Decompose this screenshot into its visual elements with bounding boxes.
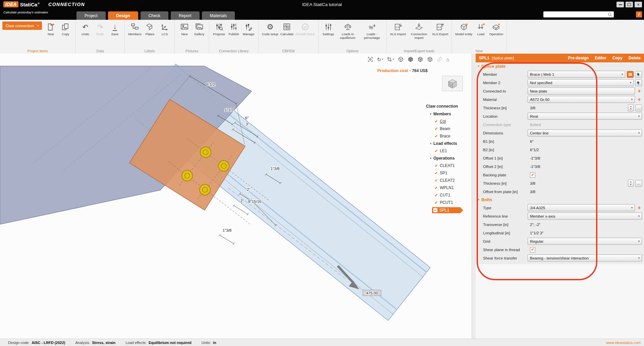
- pre-design-button[interactable]: Pre-design: [568, 56, 589, 60]
- load-button[interactable]: Load: [474, 21, 488, 37]
- gallery-button[interactable]: Gallery: [192, 21, 207, 37]
- input-b1[interactable]: 6": [528, 139, 642, 143]
- combo-location[interactable]: Rear▾: [528, 113, 642, 120]
- combo-reference_line[interactable]: Member x-axis▾: [528, 213, 642, 220]
- checkbox-checked-icon[interactable]: ✔: [435, 120, 438, 123]
- website-link[interactable]: www.ideastatica.com: [606, 341, 641, 345]
- checkbox-checked-icon[interactable]: ✔: [435, 127, 438, 131]
- tree-item-cleat2[interactable]: ✔CLEAT2: [435, 178, 460, 183]
- undo-button[interactable]: ↶ Undo: [78, 21, 93, 37]
- transparent-view-button[interactable]: [427, 56, 433, 62]
- tree-item-sp1[interactable]: ✔SP1: [435, 170, 460, 176]
- checkbox-checked-icon[interactable]: ✔: [435, 201, 438, 205]
- tree-group-load-effects[interactable]: ▾Load effects: [430, 141, 460, 146]
- combo-connected_to[interactable]: New plate: [528, 88, 635, 95]
- combo-material[interactable]: A572 Gr.50▾: [528, 96, 635, 103]
- home-view-button[interactable]: ⌂: [446, 57, 449, 62]
- tree-item-le1[interactable]: ✔LE1: [435, 148, 460, 154]
- input-offset_from_plate[interactable]: 3/8: [528, 190, 642, 194]
- members-labels-button[interactable]: Members: [127, 21, 143, 37]
- chevron-expanded-icon[interactable]: ▾: [430, 142, 431, 145]
- checkbox-checked-icon[interactable]: ✔: [435, 171, 438, 175]
- new-project-item-button[interactable]: New: [43, 21, 58, 37]
- add-button[interactable]: +: [637, 205, 642, 211]
- shaded-view-button[interactable]: [417, 56, 423, 62]
- tree-item-spl1[interactable]: ✔SPL1: [432, 207, 460, 213]
- wireframe-view-button[interactable]: [398, 56, 404, 62]
- tree-group-operations[interactable]: ▾Operations: [430, 156, 460, 161]
- combo-grid[interactable]: Regular▾: [528, 238, 642, 245]
- add-button[interactable]: +: [637, 89, 642, 94]
- model-entity-button[interactable]: Model entity: [454, 21, 473, 37]
- tree-group-members[interactable]: ▾Members: [430, 111, 460, 117]
- tree-item-wpln1[interactable]: ✔WPLN1: [435, 185, 460, 190]
- checkbox-checked-icon[interactable]: ✔: [433, 208, 437, 212]
- combo-member2[interactable]: Not specified▾: [528, 79, 634, 86]
- tab-report[interactable]: Report: [171, 11, 200, 20]
- info-button[interactable]: i: [636, 11, 642, 17]
- spin-up-icon[interactable]: ▲: [630, 181, 632, 183]
- minimize-button[interactable]: [616, 2, 624, 7]
- checkbox-shear_plane[interactable]: ✔: [530, 247, 535, 252]
- chevron-expanded-icon[interactable]: ▾: [430, 157, 431, 160]
- input-offset1[interactable]: -1"3/8: [528, 156, 642, 160]
- settings-button[interactable]: Settings: [321, 21, 336, 37]
- connection-import-button[interactable]: Connection Import: [407, 21, 431, 41]
- tree-item-pcut1[interactable]: ✔PCUT1: [435, 200, 460, 205]
- add-button[interactable]: +: [637, 97, 642, 102]
- operation-button[interactable]: Operation: [488, 21, 504, 37]
- calculate-button[interactable]: Calculate: [279, 21, 295, 37]
- xls-import-button[interactable]: XLS XLS Import: [389, 21, 407, 37]
- 3d-viewport[interactable]: 475.00: [0, 54, 472, 339]
- tree-item-cleat1[interactable]: ✔CLEAT1: [435, 163, 460, 168]
- close-button[interactable]: ×: [635, 2, 642, 7]
- chevron-expanded-icon[interactable]: ▾: [430, 113, 431, 116]
- save-button[interactable]: ↓ Save: [107, 21, 122, 37]
- pick-in-scene-button[interactable]: [635, 79, 642, 86]
- spin-up-icon[interactable]: ▲: [630, 105, 632, 108]
- checkbox-checked-icon[interactable]: ✔: [435, 149, 438, 153]
- view-cube[interactable]: [442, 76, 463, 91]
- xls-export-button[interactable]: XLS XLS Export: [431, 21, 449, 37]
- code-setup-button[interactable]: ⚙ Code setup: [261, 21, 279, 37]
- tree-item-brace[interactable]: ✔Brace: [435, 133, 460, 139]
- spin-down-icon[interactable]: ▼: [630, 108, 632, 110]
- orbit-button[interactable]: ↻▾: [377, 57, 383, 62]
- tree-item-beam[interactable]: ✔Beam: [435, 126, 460, 131]
- pick-in-scene-button[interactable]: [635, 71, 642, 78]
- more-options-button[interactable]: …: [635, 180, 642, 187]
- more-options-button[interactable]: …: [635, 105, 642, 111]
- spinner-control[interactable]: ▲▼: [628, 180, 634, 187]
- combo-shear_transfer[interactable]: Bearing - tension/shear interaction▾: [528, 254, 642, 262]
- spin-down-icon[interactable]: ▼: [630, 183, 632, 186]
- copy-operation-button[interactable]: Copy: [612, 56, 623, 60]
- overall-check-button[interactable]: Overall check: [294, 21, 316, 37]
- search-input[interactable]: [545, 12, 607, 17]
- loads-in-equilibrium-button[interactable]: Loads in equilibrium: [336, 21, 360, 41]
- combo-member[interactable]: Brace | Web 1▾: [528, 71, 625, 78]
- lcs-button[interactable]: LCS: [157, 21, 172, 37]
- input-b2[interactable]: 6"1/2: [528, 148, 642, 152]
- delete-operation-button[interactable]: Delete: [629, 56, 641, 60]
- connection-selector-dropdown[interactable]: Claw connection ▾: [2, 21, 42, 30]
- clipping-button[interactable]: ▾: [387, 57, 394, 62]
- checkbox-checked-icon[interactable]: ✔: [435, 179, 438, 182]
- search-box[interactable]: [543, 11, 614, 17]
- loads-percentage-button[interactable]: % Loads - percentage: [360, 21, 384, 41]
- fit-view-button[interactable]: [367, 56, 373, 62]
- member-menu-button[interactable]: [627, 71, 634, 78]
- checkbox-checked-icon[interactable]: ✔: [435, 134, 438, 138]
- plates-labels-button[interactable]: Plates: [143, 21, 157, 37]
- redo-button[interactable]: ↷ Redo: [93, 21, 107, 37]
- tree-item-cut1[interactable]: ✔CUT1: [435, 192, 460, 198]
- tab-check[interactable]: Check: [141, 11, 168, 20]
- checkbox-checked-icon[interactable]: ✔: [435, 186, 438, 190]
- input-longitudinal[interactable]: 1"1/2 3": [528, 231, 642, 235]
- combo-type[interactable]: 3/4 A325▾: [528, 204, 635, 211]
- publish-button[interactable]: Publish: [226, 21, 241, 37]
- checkbox-checked-icon[interactable]: ✔: [435, 164, 438, 168]
- manage-button[interactable]: Manage: [241, 21, 256, 37]
- checkbox-backing_plate[interactable]: ✔: [530, 172, 535, 178]
- copy-project-item-button[interactable]: Copy: [58, 21, 73, 37]
- editor-button[interactable]: Editor: [595, 56, 606, 60]
